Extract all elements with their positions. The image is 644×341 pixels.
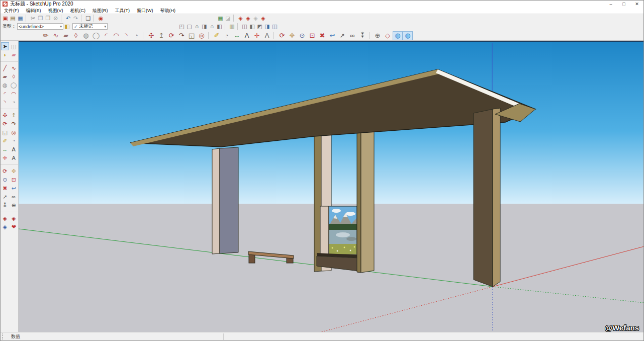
add-location-icon[interactable]: ▦ (217, 15, 224, 22)
push-pull-icon[interactable]: ↥ (156, 31, 166, 40)
paint-bucket-icon[interactable]: ◗ (1, 51, 9, 59)
scene-canvas[interactable] (19, 42, 644, 333)
move-icon[interactable]: ✣ (146, 31, 156, 40)
protractor-icon[interactable]: ◔ (10, 137, 18, 145)
follow-me-icon[interactable]: ↷ (10, 120, 18, 128)
item[interactable]: 编辑(E) (23, 8, 45, 14)
line-icon[interactable]: ✏ (41, 31, 51, 40)
zoom-extents-icon[interactable]: ✖ (317, 31, 327, 40)
walk-icon[interactable]: ⁑ (1, 201, 9, 209)
two-point-arc-icon[interactable]: ◠ (10, 90, 18, 98)
freehand-icon[interactable]: ∿ (10, 64, 18, 72)
view-front-icon[interactable]: ⌂ (193, 23, 201, 30)
two-point-arc-icon[interactable]: ◠ (111, 31, 121, 40)
rectangle-icon[interactable]: ▰ (1, 72, 9, 80)
arc-icon[interactable]: ◜ (1, 90, 9, 98)
view-back-icon[interactable]: ⌂ (208, 23, 216, 30)
pie-icon[interactable]: ◔ (131, 31, 141, 40)
three-point-arc-icon[interactable]: ◝ (1, 98, 9, 106)
axes-icon[interactable]: ✛ (252, 31, 262, 40)
print-icon[interactable]: ❑ (84, 15, 92, 22)
model-viewport[interactable]: @Wefans (19, 41, 644, 333)
axes-icon[interactable]: ✛ (1, 154, 9, 162)
three-d-text-icon[interactable]: A (10, 154, 18, 162)
share-component-icon[interactable]: ◈ (244, 15, 252, 22)
rotated-rectangle-icon[interactable]: ◊ (71, 31, 81, 40)
column-right[interactable] (474, 108, 500, 287)
new-icon[interactable]: ▣ (2, 15, 9, 22)
pan-icon[interactable]: ✥ (10, 167, 18, 175)
three-d-text-icon[interactable]: A (262, 31, 272, 40)
eraser-icon[interactable]: ▰ (10, 51, 18, 59)
scale-icon[interactable]: ◱ (1, 128, 9, 136)
item[interactable]: 帮助(H) (157, 8, 179, 14)
circle-icon[interactable]: ◍ (1, 81, 9, 89)
model-info-icon[interactable]: ◉ (97, 15, 105, 22)
walk-icon[interactable]: ⁑ (357, 31, 367, 40)
column-gray[interactable] (212, 147, 238, 254)
position-camera-icon[interactable]: ➚ (1, 193, 9, 201)
item[interactable]: 相机(C) (67, 8, 89, 14)
zoom-icon[interactable]: ⊙ (297, 31, 307, 40)
warehouse-share-icon[interactable]: ◈ (1, 214, 9, 222)
maximize-button[interactable]: □ (617, 2, 630, 7)
previous-icon[interactable]: ↩ (10, 184, 18, 192)
zoom-icon[interactable]: ⊙ (1, 176, 9, 184)
share-model-icon[interactable]: ◈ (237, 15, 244, 22)
pie-icon[interactable]: ◔ (10, 98, 18, 106)
push-pull-icon[interactable]: ↥ (10, 111, 18, 119)
line-icon[interactable]: ╱ (1, 64, 9, 72)
warehouse-extensions-icon[interactable]: ◈ (1, 223, 9, 231)
look-at-icon[interactable]: ⊕ (373, 31, 383, 40)
scale-icon[interactable]: ◱ (187, 31, 197, 40)
classifier-combo[interactable]: <undefined> ▾ (17, 23, 63, 30)
position-camera-icon[interactable]: ➚ (337, 31, 347, 40)
tape-measure-icon[interactable]: ✐ (1, 137, 9, 145)
item[interactable]: 文件(F) (1, 8, 23, 14)
tape-measure-icon[interactable]: ✐ (212, 31, 222, 40)
face-style-1-icon[interactable]: ◍ (393, 31, 403, 40)
display-section-cuts-icon[interactable]: ◧ (248, 23, 256, 30)
arc-icon[interactable]: ◜ (101, 31, 111, 40)
close-button[interactable]: ✕ (630, 2, 643, 7)
item[interactable]: 窗口(W) (133, 8, 157, 14)
three-point-arc-icon[interactable]: ◝ (121, 31, 131, 40)
freehand-icon[interactable]: ∿ (51, 31, 61, 40)
display-section-fill-icon[interactable]: ◩ (256, 23, 263, 30)
erase-icon[interactable]: ⊘ (52, 15, 59, 22)
open-icon[interactable]: ▤ (9, 15, 17, 22)
view-left-icon[interactable]: ◧ (216, 23, 223, 30)
view-iso-icon[interactable]: ◰ (178, 23, 186, 30)
text-icon[interactable]: A (10, 145, 18, 153)
display-section-planes-icon[interactable]: ◫ (241, 23, 248, 30)
rotate-icon[interactable]: ⟳ (1, 120, 9, 128)
look-around-icon[interactable]: ∞ (10, 193, 18, 201)
look-at-icon[interactable]: ⊕ (10, 201, 18, 209)
view-top-icon[interactable]: ▢ (186, 23, 193, 30)
previous-icon[interactable]: ↩ (327, 31, 337, 40)
undo-icon[interactable]: ↶ (64, 15, 72, 22)
look-around-icon[interactable]: ∞ (347, 31, 357, 40)
dimension-icon[interactable]: ↔ (232, 31, 242, 40)
rotated-rectangle-icon[interactable]: ◊ (10, 72, 18, 80)
face-style-2-icon[interactable]: ◍ (403, 31, 413, 40)
offset-icon[interactable]: ◎ (10, 128, 18, 136)
dimension-icon[interactable]: ↔ (1, 145, 9, 153)
pan-icon[interactable]: ✥ (287, 31, 297, 40)
view-right-icon[interactable]: ◨ (201, 23, 208, 30)
item[interactable]: 视图(V) (45, 8, 67, 14)
redo-icon[interactable]: ↷ (72, 15, 79, 22)
column-middle-right[interactable] (357, 127, 374, 273)
zoom-extents-icon[interactable]: ✖ (1, 184, 9, 192)
text-icon[interactable]: A (242, 31, 252, 40)
minimize-button[interactable]: – (604, 2, 617, 7)
toggle-terrain-icon[interactable]: ◪ (224, 15, 232, 22)
zoom-window-icon[interactable]: ⊡ (10, 176, 18, 184)
select-icon[interactable]: ➤ (1, 42, 9, 50)
components-favorites-icon[interactable]: ❤ (10, 223, 18, 231)
paste-icon[interactable]: ❒ (44, 15, 52, 22)
polygon-icon[interactable]: ◯ (91, 31, 101, 40)
warehouse-get-icon[interactable]: ◈ (10, 214, 18, 222)
orbit-icon[interactable]: ⟳ (1, 167, 9, 175)
polygon-icon[interactable]: ◯ (10, 81, 18, 89)
